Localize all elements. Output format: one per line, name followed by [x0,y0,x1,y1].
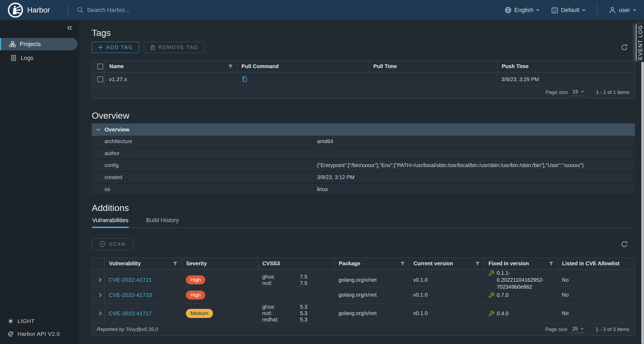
expand-row-button[interactable] [98,277,103,282]
tags-table-header: Name Pull Command Pull Time Push Time [92,61,635,72]
sidebar-item-projects[interactable]: Projects [0,38,78,50]
items-range: 1 - 1 of 1 items [596,89,629,95]
column-header-severity: Severity [182,258,258,269]
scan-button[interactable]: SCAN [92,238,133,250]
harbor-logo-icon [7,2,23,18]
refresh-icon [621,44,628,51]
severity-badge: High [186,275,205,284]
cvss3-scores [258,287,334,303]
copy-icon [241,76,248,83]
column-header-current-version: Current version [409,258,484,269]
page-size-label: Page size [546,89,568,95]
fixed-version: 0.4.0 [488,310,512,317]
chevron-down-icon [580,327,584,330]
cve-link[interactable]: CVE-2022-41717 [109,310,152,317]
tags-title: Tags [92,27,635,38]
chevron-right-icon [98,293,103,297]
sidebar: « Projects Logs [0,20,79,344]
tags-table: Name Pull Command Pull Time Push Time v1… [92,60,635,98]
theme-toggle[interactable]: LIGHT [7,318,79,324]
items-range: 1 - 3 of 3 Items [596,326,629,332]
column-header-fixed-in-version: Fixed in version [484,258,558,269]
event-log-tab[interactable]: EVENT LOG [636,24,644,61]
user-menu[interactable]: user [608,6,637,14]
overview-panel-header[interactable]: Overview [92,123,635,136]
chevron-down-icon [582,8,586,12]
cve-allowlist-flag: No [558,287,635,303]
tag-name: v1.27.x [105,72,237,86]
overview-field-config: config {"Entrypoint":["/bin/xxxxx"],"Env… [92,160,635,172]
expand-row-button[interactable] [98,311,103,316]
filter-icon[interactable] [549,262,553,266]
fixed-version: 0.7.0 [488,292,512,299]
page-size-label: Page size [545,326,567,332]
tab-build-history[interactable]: Build History [145,215,179,227]
chevron-right-icon [98,311,103,316]
plus-icon [98,45,103,50]
event-log-label: EVENT LOG [637,25,643,60]
projects-icon [9,41,16,48]
overview-field-author: author [92,148,635,160]
page-size-select[interactable]: 15 [571,89,585,96]
tag-row: v1.27.x 3/9/23, 3:29 PM [92,72,635,86]
pull-time [369,72,497,86]
overview-field-created: created 3/9/23, 3:12 PM [92,172,635,184]
filter-icon[interactable] [475,262,480,266]
overview-field-architecture: architecture amd64 [92,136,635,148]
chevron-down-icon [581,90,584,93]
api-link[interactable]: Harbor API V2.0 [7,331,79,337]
tab-vulnerabilities[interactable]: Vulnerabilities [92,215,129,227]
search-input[interactable] [86,6,257,14]
select-all-checkbox[interactable] [97,64,103,69]
vulnerabilities-footer: Reported by Trivy@v0.35.0 Page size 25 1… [92,323,635,335]
app-title: Harbor [27,6,50,14]
wrench-icon [488,292,495,299]
column-header-pull-command: Pull Command [237,61,369,72]
column-header-vulnerability: Vulnerability [104,258,182,269]
cvss3-scores: ghsa:5.3 nvd:5.3 redhat:5.3 [258,304,334,323]
remove-tag-button[interactable]: REMOVE TAG [144,42,204,53]
sidebar-collapse-icon[interactable]: « [67,23,72,32]
language-dropdown[interactable]: English [504,6,540,14]
scrollbar[interactable] [641,62,644,344]
copy-pull-command-button[interactable] [241,76,248,83]
navbar-actions: English Default [493,4,644,16]
row-checkbox[interactable] [97,76,103,82]
additions-title: Additions [92,202,635,213]
refresh-vulnerabilities-button[interactable] [619,240,630,248]
column-header-package: Package [334,258,409,269]
chevron-down-icon [536,8,540,12]
globe-icon [504,6,512,14]
filter-icon[interactable] [173,262,177,266]
overview-title: Overview [92,110,635,121]
overview-field-os: os linux [92,184,635,196]
brand: Harbor [0,2,68,18]
page-size-select[interactable]: 25 [571,326,585,333]
filter-icon[interactable] [400,262,405,266]
filter-icon[interactable] [228,65,233,68]
refresh-tags-button[interactable] [619,43,630,51]
severity-badge: Medium [186,309,213,318]
shield-check-icon [99,241,106,248]
sidebar-item-label: Logs [21,55,34,61]
current-version: v0.1.0 [409,304,484,323]
expand-row-button[interactable] [98,293,103,297]
add-tag-button[interactable]: ADD TAG [92,42,139,53]
registry-label: Default [561,7,579,14]
package-name: golang.org/x/net [334,304,409,323]
column-header-push-time: Push Time [497,61,635,72]
cve-allowlist-flag: No [558,304,635,323]
language-label: English [514,7,533,14]
theme-label: LIGHT [18,318,35,324]
column-header-cvss3: CVSS3 [258,258,334,269]
column-header-pull-time: Pull Time [369,61,497,72]
api-globe-icon [7,331,14,337]
sidebar-item-logs[interactable]: Logs [0,52,78,64]
cve-link[interactable]: CVE-2022-41721 [109,277,152,283]
trash-icon [150,44,155,50]
calendar-icon [551,6,558,14]
chevron-down-icon [633,8,637,12]
chevron-right-icon [98,277,103,282]
registry-dropdown[interactable]: Default [551,6,586,14]
cve-link[interactable]: CVE-2022-41723 [109,292,152,298]
